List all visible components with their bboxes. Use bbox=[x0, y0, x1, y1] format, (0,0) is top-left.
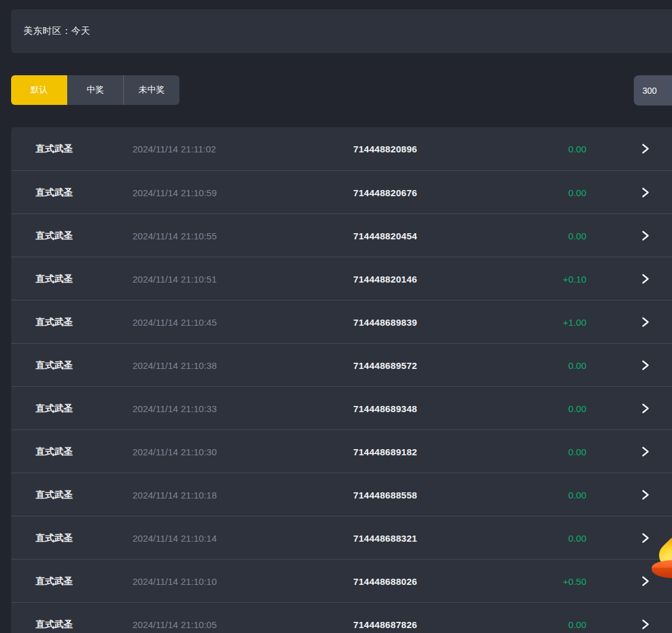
timezone-header: 美东时区：今天 bbox=[11, 9, 672, 53]
chevron-right-icon bbox=[642, 273, 649, 284]
game-name: 直式武圣 bbox=[36, 489, 73, 500]
order-number: 714448687826 bbox=[353, 619, 417, 629]
record-row[interactable]: 直式武圣 2024/11/14 21:10:45 714448689839 +1… bbox=[11, 300, 672, 343]
page-size-value: 300 bbox=[642, 86, 657, 96]
record-row[interactable]: 直式武圣 2024/11/14 21:10:51 714448820146 +0… bbox=[11, 257, 672, 300]
chevron-right-icon bbox=[642, 144, 649, 154]
bet-time: 2024/11/14 21:10:59 bbox=[133, 187, 217, 197]
win-amount: 0.00 bbox=[568, 230, 586, 241]
record-row[interactable]: 直式武圣 2024/11/14 21:10:05 714448687826 0.… bbox=[11, 602, 672, 633]
chevron-right-icon bbox=[642, 230, 649, 241]
order-number: 714448689182 bbox=[353, 446, 417, 457]
win-amount: +0.50 bbox=[563, 576, 586, 586]
chevron-right-icon bbox=[642, 187, 649, 197]
order-number: 714448820676 bbox=[353, 187, 417, 197]
record-row[interactable]: 直式武圣 2024/11/14 21:10:59 714448820676 0.… bbox=[11, 170, 672, 213]
win-amount: 0.00 bbox=[568, 187, 586, 197]
tab-default[interactable]: 默认 bbox=[11, 75, 67, 105]
game-name: 直式武圣 bbox=[36, 143, 73, 155]
bet-time: 2024/11/14 21:10:45 bbox=[133, 316, 217, 327]
win-amount: +0.10 bbox=[563, 273, 586, 284]
torch-base-side bbox=[652, 568, 672, 578]
win-amount: 0.00 bbox=[568, 446, 586, 457]
bet-time: 2024/11/14 21:11:02 bbox=[133, 144, 216, 154]
order-number: 714448688321 bbox=[353, 532, 417, 543]
filter-tabs: 默认 中奖 未中奖 bbox=[11, 75, 179, 105]
bet-time: 2024/11/14 21:10:18 bbox=[133, 489, 217, 500]
win-amount: 0.00 bbox=[568, 619, 586, 629]
game-name: 直式武圣 bbox=[36, 316, 73, 328]
bet-time: 2024/11/14 21:10:30 bbox=[133, 446, 217, 457]
game-name: 直式武圣 bbox=[36, 532, 73, 544]
bet-time: 2024/11/14 21:10:51 bbox=[133, 273, 217, 284]
order-number: 714448688026 bbox=[353, 576, 417, 586]
win-amount: 0.00 bbox=[568, 144, 586, 154]
bet-time: 2024/11/14 21:10:14 bbox=[133, 532, 217, 543]
win-amount: 0.00 bbox=[568, 489, 586, 500]
order-number: 714448820896 bbox=[353, 144, 417, 154]
order-number: 714448820454 bbox=[353, 230, 417, 241]
record-row[interactable]: 直式武圣 2024/11/14 21:10:33 714448689348 0.… bbox=[11, 386, 672, 429]
chevron-right-icon bbox=[642, 403, 649, 413]
bet-time: 2024/11/14 21:10:38 bbox=[133, 360, 217, 370]
chevron-right-icon bbox=[642, 489, 649, 500]
bet-time: 2024/11/14 21:10:55 bbox=[133, 230, 217, 241]
win-amount: 0.00 bbox=[568, 403, 586, 413]
chevron-right-icon bbox=[642, 576, 649, 586]
bet-time: 2024/11/14 21:10:10 bbox=[133, 576, 217, 586]
win-amount: 0.00 bbox=[568, 360, 586, 370]
order-number: 714448689572 bbox=[353, 360, 417, 370]
game-name: 直式武圣 bbox=[36, 402, 73, 414]
record-row[interactable]: 直式武圣 2024/11/14 21:10:55 714448820454 0.… bbox=[11, 213, 672, 257]
order-number: 714448689839 bbox=[353, 316, 417, 327]
record-row[interactable]: 直式武圣 2024/11/14 21:10:30 714448689182 0.… bbox=[11, 429, 672, 473]
record-row[interactable]: 直式武圣 2024/11/14 21:10:38 714448689572 0.… bbox=[11, 343, 672, 386]
win-amount: +1.00 bbox=[563, 316, 586, 327]
game-name: 直式武圣 bbox=[36, 359, 73, 371]
chevron-right-icon bbox=[642, 316, 649, 327]
game-name: 直式武圣 bbox=[36, 230, 73, 241]
order-number: 714448820146 bbox=[353, 273, 417, 284]
flame-float-button[interactable] bbox=[652, 544, 672, 579]
game-name: 直式武圣 bbox=[36, 575, 73, 587]
record-row[interactable]: 直式武圣 2024/11/14 21:10:10 714448688026 +0… bbox=[11, 559, 672, 602]
bet-time: 2024/11/14 21:10:33 bbox=[133, 403, 217, 413]
win-amount: 0.00 bbox=[568, 532, 586, 543]
game-name: 直式武圣 bbox=[36, 273, 73, 284]
order-number: 714448689348 bbox=[353, 403, 417, 413]
page-size-selector[interactable]: 300 bbox=[634, 75, 672, 106]
chevron-right-icon bbox=[642, 532, 649, 543]
chevron-right-icon bbox=[642, 446, 649, 457]
order-number: 714448688558 bbox=[353, 489, 417, 500]
records-list: 直式武圣 2024/11/14 21:11:02 714448820896 0.… bbox=[11, 127, 672, 633]
tab-not-won[interactable]: 未中奖 bbox=[123, 75, 179, 105]
game-name: 直式武圣 bbox=[36, 618, 73, 630]
timezone-label: 美东时区：今天 bbox=[23, 25, 91, 37]
bet-time: 2024/11/14 21:10:05 bbox=[133, 619, 217, 629]
game-name: 直式武圣 bbox=[36, 186, 73, 198]
game-name: 直式武圣 bbox=[36, 445, 73, 457]
record-row[interactable]: 直式武圣 2024/11/14 21:11:02 714448820896 0.… bbox=[11, 127, 672, 170]
record-row[interactable]: 直式武圣 2024/11/14 21:10:14 714448688321 0.… bbox=[11, 516, 672, 559]
record-row[interactable]: 直式武圣 2024/11/14 21:10:18 714448688558 0.… bbox=[11, 473, 672, 516]
chevron-right-icon bbox=[642, 360, 649, 370]
tab-won[interactable]: 中奖 bbox=[67, 75, 123, 105]
chevron-right-icon bbox=[642, 619, 649, 629]
